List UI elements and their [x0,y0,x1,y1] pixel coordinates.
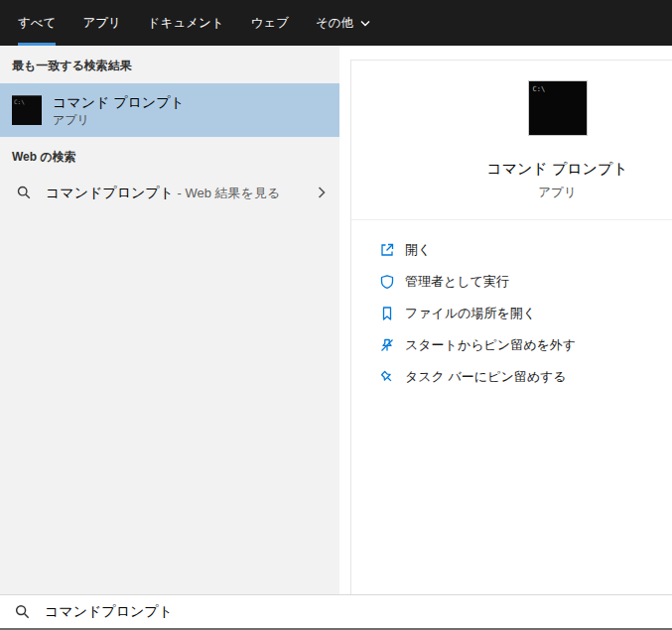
tab-all-label: すべて [18,15,56,32]
search-input[interactable] [43,603,672,621]
pin-icon [379,369,395,385]
action-pin-to-taskbar-label: タスク バーにピン留めする [405,368,567,386]
detail-subtitle: アプリ [443,186,672,199]
tab-more[interactable]: その他 [316,0,370,46]
tab-apps[interactable]: アプリ [82,0,120,46]
action-open-label: 開く [405,241,431,259]
open-icon [379,242,395,258]
tab-web-label: ウェブ [251,15,289,32]
unpin-icon [379,337,395,353]
tab-apps-label: アプリ [82,15,120,32]
web-search-item[interactable]: コマンドプロンプト - Web 結果を見る [0,175,339,210]
detail-title: コマンド プロンプト [443,160,672,178]
action-unpin-from-start[interactable]: スタートからピン留めを外す [351,329,672,361]
action-run-as-admin[interactable]: 管理者として実行 [351,266,672,298]
web-search-suffix: - Web 結果を見る [174,186,280,200]
action-open-file-location[interactable]: ファイルの場所を開く [351,298,672,329]
best-match-text: コマンド プロンプト アプリ [53,94,185,127]
best-match-item[interactable]: C:\ コマンド プロンプト アプリ [0,83,339,137]
web-search-query: コマンドプロンプト [46,185,174,200]
command-prompt-icon: C:\ [12,95,42,125]
chevron-right-icon[interactable] [314,185,330,200]
tab-documents[interactable]: ドキュメント [148,0,224,46]
command-prompt-icon-large: C:\ [528,80,588,136]
search-bar [0,594,672,630]
tab-documents-label: ドキュメント [148,15,224,32]
action-run-as-admin-label: 管理者として実行 [405,273,509,291]
chevron-down-icon [360,20,370,27]
action-open[interactable]: 開く [351,234,672,266]
tab-all[interactable]: すべて [18,0,56,46]
detail-panel: C:\ コマンド プロンプト アプリ 開く [350,60,672,594]
tab-web[interactable]: ウェブ [251,0,289,46]
tab-more-label: その他 [316,15,353,32]
shield-icon [379,274,395,290]
web-search-text: コマンドプロンプト - Web 結果を見る [46,184,314,202]
results-panel: 最も一致する検索結果 C:\ コマンド プロンプト アプリ Web の検索 コマ… [0,46,339,594]
best-match-title: コマンド プロンプト [53,94,185,110]
action-list: 開く 管理者として実行 ファイルの場所を開く [351,234,672,393]
best-match-subtitle: アプリ [53,114,185,127]
file-location-icon [379,306,395,321]
detail-header: C:\ コマンド プロンプト アプリ [351,61,672,199]
action-open-file-location-label: ファイルの場所を開く [405,305,536,322]
search-tabs-bar: すべて アプリ ドキュメント ウェブ その他 [0,0,672,46]
search-icon [14,603,31,620]
divider [351,219,672,220]
action-unpin-from-start-label: スタートからピン留めを外す [405,336,576,354]
action-pin-to-taskbar[interactable]: タスク バーにピン留めする [351,361,672,393]
section-header-best-match: 最も一致する検索結果 [0,46,339,83]
section-header-web: Web の検索 [0,137,339,175]
search-icon [16,185,32,200]
